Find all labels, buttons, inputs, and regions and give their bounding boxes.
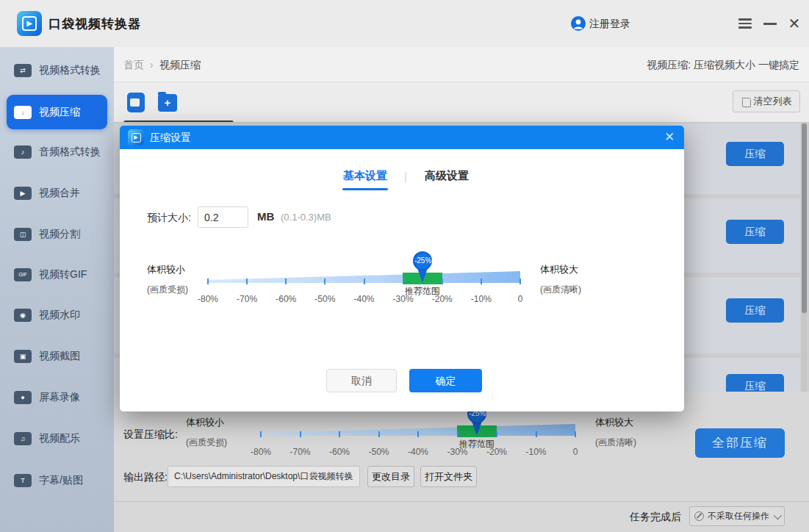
after-task-dropdown[interactable]: 不采取任何操作 <box>689 506 785 526</box>
size-unit: MB <box>257 210 274 223</box>
menu-icon[interactable] <box>738 16 755 31</box>
tick-mark <box>417 431 419 437</box>
tick-mark <box>442 278 443 284</box>
compress-button[interactable]: 压缩 <box>726 142 784 166</box>
app-title: 口袋视频转换器 <box>48 15 141 32</box>
slider-left-sublabel: (画质受损) <box>147 284 188 296</box>
slider-track[interactable]: -25% 推荐范围 -80%-70%-60%-50%-40%-30%-20%-1… <box>208 251 520 307</box>
titlebar: ▶ 口袋视频转换器 注册登录 ✕ <box>0 0 809 47</box>
subtitle-sticker-icon: T <box>14 474 32 487</box>
login-register-link[interactable]: 注册登录 <box>589 18 630 31</box>
tick-mark <box>403 278 404 284</box>
breadcrumb-bar: 首页 › 视频压缩 视频压缩: 压缩视频大小 一键搞定 <box>114 47 809 82</box>
video-split-icon: ◫ <box>14 228 32 241</box>
slider-track[interactable]: -25% 推荐范围 -80%-70%-60%-50%-40%-30%-20%-1… <box>261 404 575 460</box>
open-folder-button[interactable]: 打开文件夹 <box>420 466 477 487</box>
slider-right-sublabel: (画质清晰) <box>595 436 636 449</box>
slider-right-label: 体积较大 <box>540 263 581 276</box>
breadcrumb-current: 视频压缩 <box>159 59 201 72</box>
sidebar-item-video-format-convert[interactable]: ⇄视频格式转换 <box>0 54 114 87</box>
tick-mark <box>378 431 380 437</box>
tick-mark <box>300 431 301 437</box>
screen-record-icon: ● <box>14 391 32 404</box>
tick-mark <box>207 278 209 284</box>
cancel-button[interactable]: 取消 <box>326 369 397 392</box>
tick-label: -20% <box>486 447 507 457</box>
breadcrumb-separator: › <box>150 59 154 71</box>
compression-ratio-slider[interactable]: 体积较小 (画质受损) -25% 推荐范围 -80%-70%-60%-50%-4… <box>186 404 645 463</box>
tick-label: -30% <box>447 447 467 457</box>
dialog-title: 压缩设置 <box>150 132 191 145</box>
tick-label: -70% <box>290 447 310 457</box>
tab-basic-settings[interactable]: 基本设置 <box>342 169 388 183</box>
estimated-size-input[interactable] <box>198 206 248 228</box>
tick-label: -10% <box>471 294 492 304</box>
tick-label: -40% <box>353 294 374 304</box>
sidebar-item-video-music[interactable]: ♫视频配乐 <box>0 423 114 455</box>
sidebar-item-subtitle-sticker[interactable]: T字幕/贴图 <box>0 464 114 497</box>
sidebar-item-video-watermark[interactable]: ◉视频水印 <box>0 299 114 331</box>
tick-mark <box>285 278 287 284</box>
sidebar-item-screen-record[interactable]: ●屏幕录像 <box>0 381 114 414</box>
dialog-close-icon[interactable]: ✕ <box>661 129 678 146</box>
tick-label: -30% <box>393 294 414 304</box>
estimated-size-label: 预计大小: <box>147 212 191 225</box>
user-avatar-icon[interactable] <box>571 16 586 31</box>
video-format-convert-icon: ⇄ <box>14 64 32 77</box>
change-directory-button[interactable]: 更改目录 <box>367 466 414 487</box>
compress-all-button[interactable]: 全部压缩 <box>695 428 785 458</box>
tick-label: -80% <box>198 294 218 304</box>
tick-mark <box>324 278 326 284</box>
add-file-icon[interactable] <box>127 93 145 112</box>
compress-button[interactable]: 压缩 <box>726 220 784 244</box>
video-music-icon: ♫ <box>14 432 32 445</box>
output-path-input[interactable] <box>168 466 360 487</box>
add-folder-icon[interactable]: + <box>158 94 177 112</box>
tick-label: -20% <box>432 294 453 304</box>
tick-label: -60% <box>276 294 296 304</box>
dialog-header: ▶ 压缩设置 ✕ <box>120 126 684 149</box>
clear-list-button[interactable]: 清空列表 <box>733 90 800 112</box>
slider-right-label: 体积较大 <box>595 416 636 429</box>
slider-left-label: 体积较小 <box>186 416 227 429</box>
tick-mark <box>339 431 340 437</box>
ok-button[interactable]: 确定 <box>409 369 482 392</box>
tick-label: 0 <box>518 294 523 304</box>
tab-separator: | <box>404 170 407 182</box>
tick-mark <box>575 431 576 437</box>
tick-label: 0 <box>573 447 578 457</box>
compress-button[interactable]: 压缩 <box>726 298 784 323</box>
sidebar-item-video-split[interactable]: ◫视频分割 <box>0 218 114 251</box>
audio-format-convert-icon: ♪ <box>14 145 32 159</box>
chevron-down-icon <box>774 511 782 519</box>
sidebar-item-video-screenshot[interactable]: ▣视频截图 <box>0 340 114 373</box>
tick-label: -50% <box>368 447 389 457</box>
sidebar-item-audio-format-convert[interactable]: ♪音频格式转换 <box>0 136 114 168</box>
window-close-icon[interactable]: ✕ <box>786 16 802 31</box>
slider-left-label: 体积较小 <box>147 263 188 276</box>
tab-advanced-settings[interactable]: 高级设置 <box>424 169 470 183</box>
dialog-logo-icon: ▶ <box>128 129 144 145</box>
scrollbar-thumb[interactable] <box>802 123 807 313</box>
page-tagline: 视频压缩: 压缩视频大小 一键搞定 <box>647 59 799 72</box>
compress-button[interactable]: 压缩 <box>726 374 784 392</box>
video-watermark-icon: ◉ <box>14 309 32 322</box>
tick-mark <box>364 278 365 284</box>
sidebar-item-video-merge[interactable]: ▶视频合并 <box>0 177 114 209</box>
after-task-label: 任务完成后 <box>630 511 681 524</box>
breadcrumb-home[interactable]: 首页 <box>123 59 144 72</box>
compression-ratio-slider[interactable]: 体积较小 (画质受损) -25% 推荐范围 -80%-70%-60%-50%-4… <box>147 251 610 310</box>
video-compress-icon: ↓ <box>14 106 32 119</box>
tick-label: -40% <box>408 447 428 457</box>
sidebar-item-video-to-gif[interactable]: GIF视频转GIF <box>0 259 114 291</box>
tick-label: -10% <box>525 447 546 457</box>
tick-mark <box>536 431 537 437</box>
tick-label: -60% <box>329 447 350 457</box>
app-logo-icon: ▶ <box>17 11 42 36</box>
slider-right-sublabel: (画质清晰) <box>540 284 581 296</box>
sidebar-item-video-compress[interactable]: ↓视频压缩 <box>7 95 107 129</box>
video-to-gif-icon: GIF <box>14 268 32 281</box>
minimize-icon[interactable] <box>763 16 780 31</box>
toolbar: + 清空列表 <box>114 82 809 122</box>
tick-label: -80% <box>251 447 271 457</box>
